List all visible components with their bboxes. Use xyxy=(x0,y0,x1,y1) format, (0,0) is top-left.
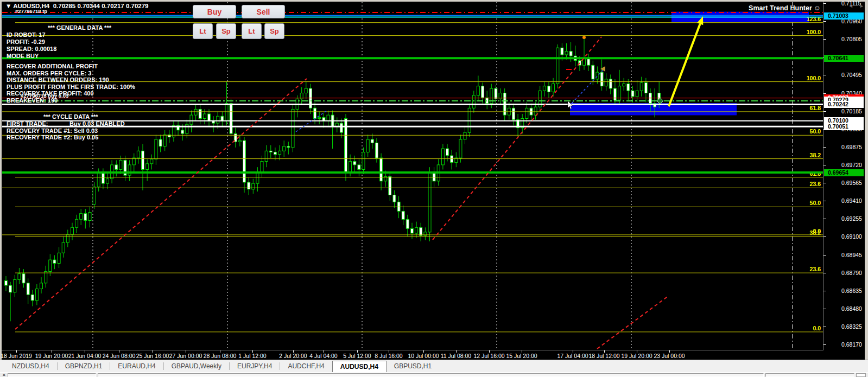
price-tick-label: 0.70495 xyxy=(841,72,862,78)
window-right-edge xyxy=(865,0,868,377)
price-tick-mark xyxy=(823,273,826,273)
buy-stop-button[interactable]: Sp xyxy=(216,23,236,39)
candle-body xyxy=(411,228,414,233)
candle-body xyxy=(137,151,140,158)
tab-audchf-h4[interactable]: AUDCHF,H4 xyxy=(280,360,332,372)
candle-body xyxy=(362,152,365,170)
sell-lot-button[interactable]: Lt xyxy=(242,23,262,39)
candle-body xyxy=(569,52,572,56)
candle-body xyxy=(636,91,638,97)
price-tick-mark xyxy=(823,93,826,94)
price-tag: 0.70051 xyxy=(824,123,864,130)
candle-body xyxy=(53,260,56,263)
time-tick-label: 15 Jul 20:00 xyxy=(506,353,537,359)
candle-body xyxy=(142,151,144,169)
candle-body xyxy=(283,146,286,151)
candle-body xyxy=(265,151,268,161)
tab-eurjpy-h4[interactable]: EURJPY,H4 xyxy=(230,360,280,372)
candle-body xyxy=(640,82,643,91)
candle-body xyxy=(402,211,404,219)
time-tick-label: 18 Jun 2019 xyxy=(1,353,32,359)
price-tick-label: 0.69410 xyxy=(841,197,862,204)
candle-body xyxy=(93,187,96,205)
price-tag: 0.70641 xyxy=(824,55,864,62)
candle-body xyxy=(45,271,47,283)
candle-body xyxy=(592,65,594,79)
candle-body xyxy=(97,173,100,187)
candle-body xyxy=(428,172,431,232)
sell-button[interactable]: Sell xyxy=(242,5,285,18)
candle-body xyxy=(327,115,330,121)
price-tick-label: 0.68945 xyxy=(841,252,862,258)
price-tick-mark xyxy=(823,3,826,4)
chart-canvas[interactable]: 0.023.638.250.061.8100.0123.60.023.638.2… xyxy=(0,0,868,360)
tab-scroll-left-icon[interactable]: ◄ xyxy=(848,3,853,9)
fib-level-label: 100.0 xyxy=(807,29,821,35)
price-tick-mark xyxy=(823,309,826,309)
candle-body xyxy=(393,195,396,202)
tab-nzdusd-h4[interactable]: NZDUSD,H4 xyxy=(4,360,57,372)
candle-body xyxy=(243,140,246,182)
red-trendline xyxy=(597,296,669,349)
candle-body xyxy=(269,151,272,152)
price-tag: 0.70242 xyxy=(824,101,864,108)
cycle-data-line: FIRST TRADE: Buy 0.03 ENABLED xyxy=(7,120,125,127)
price-tick-mark xyxy=(823,147,826,148)
candle-body xyxy=(415,227,418,233)
candle-body xyxy=(62,242,65,253)
order-tp-label: #27796718 tp xyxy=(15,8,47,14)
candle-body xyxy=(66,234,69,242)
price-tick-mark xyxy=(823,344,826,345)
resize-grip[interactable] xyxy=(856,373,866,377)
candle-body xyxy=(623,84,625,86)
time-tick-label: 24 Jun 08:00 xyxy=(103,353,136,359)
general-data-line: ID ROBOT: 17 xyxy=(7,31,46,38)
candle-body xyxy=(128,165,131,175)
general-data-line: PROFIT: -0.29 xyxy=(7,39,45,45)
tab-euraud-h4[interactable]: EURAUD,H4 xyxy=(110,360,163,372)
time-tick-label: 10 Jul 00:00 xyxy=(408,353,439,359)
chart-ohlc: 0.70285 0.70344 0.70217 0.70279 xyxy=(53,3,149,9)
buy-lot-button[interactable]: Lt xyxy=(193,23,213,39)
close-icon[interactable]: ✕ xyxy=(2,373,6,377)
candle-body xyxy=(194,109,197,115)
status-bar: ✕ xyxy=(0,372,868,377)
candle-body xyxy=(248,182,250,189)
price-tick-label: 0.68325 xyxy=(841,323,862,330)
recovery-line: RECOVERY TAKE PROFIT: 400 xyxy=(7,90,94,97)
cycle-data-line: RECOVERY TRADE #1: Sell 0.03 xyxy=(7,127,98,134)
buy-button[interactable]: Buy xyxy=(193,5,236,18)
candle-body xyxy=(406,219,409,228)
price-tick-label: 0.70805 xyxy=(841,36,862,42)
candle-body xyxy=(292,109,294,148)
time-tick-label: 18 Jul 12:00 xyxy=(588,353,619,359)
time-tick-label: 27 Jun 00:00 xyxy=(169,353,202,359)
breakeven-label: BREAKEVEN: 190 xyxy=(7,97,58,104)
candle-body xyxy=(340,123,343,132)
tab-gbpaud-weekly[interactable]: GBPAUD,Weekly xyxy=(164,360,229,372)
price-tick-label: 0.68635 xyxy=(841,287,862,294)
time-tick-label: 1 Jul 12:00 xyxy=(238,353,266,359)
fib-level-label: 38.2 xyxy=(810,152,821,158)
tab-gbpusd-h1[interactable]: GBPUSD,H1 xyxy=(387,360,439,372)
price-tick-label: 0.69720 xyxy=(841,162,862,168)
symbol-dropdown-icon[interactable]: ▼ xyxy=(5,3,11,9)
price-tick-mark xyxy=(823,111,826,112)
candle-body xyxy=(552,84,555,92)
candle-body xyxy=(349,162,352,172)
candle-body xyxy=(587,59,590,66)
tab-gbpnzd-h1[interactable]: GBPNZD,H1 xyxy=(58,360,110,372)
time-tick-label: 25 Jun 16:00 xyxy=(136,353,169,359)
fib-level-label: 0.0 xyxy=(813,228,821,234)
candle-body xyxy=(75,219,78,227)
price-tick-label: 0.68790 xyxy=(841,270,862,276)
candle-body xyxy=(58,253,60,263)
fib-level-label: 23.6 xyxy=(810,266,821,272)
candle-body xyxy=(420,227,422,235)
candle-body xyxy=(375,143,378,158)
candle-body xyxy=(9,285,12,292)
tab-audusd-h4[interactable]: AUDUSD,H4 xyxy=(332,361,387,372)
candle-body xyxy=(389,176,391,195)
sell-stop-button[interactable]: Sp xyxy=(264,23,284,39)
tab-scroll-right-icon[interactable]: ► xyxy=(859,3,864,9)
